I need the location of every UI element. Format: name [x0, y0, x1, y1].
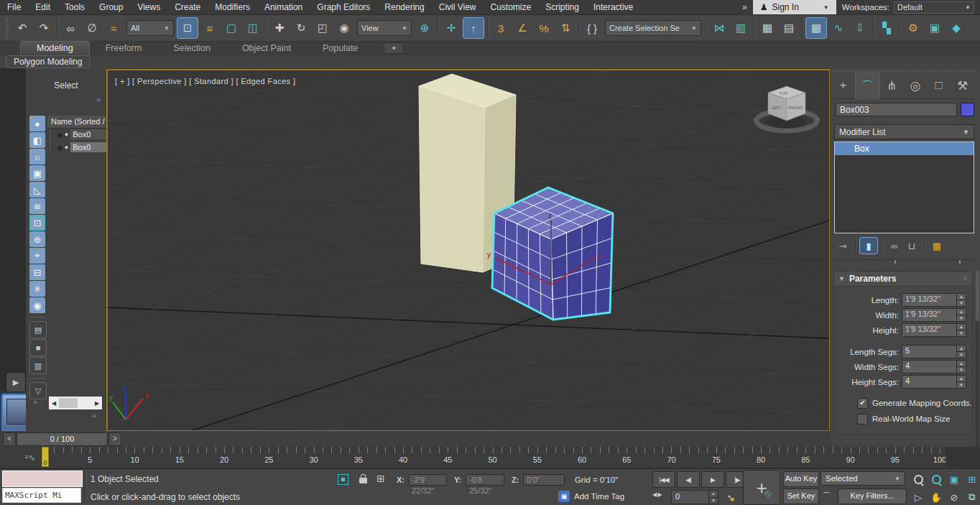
menu-item-create[interactable]: Create — [167, 0, 208, 14]
scrollbar-thumb[interactable] — [976, 271, 979, 321]
command-panel-scrollbar[interactable] — [976, 271, 979, 465]
ribbon-minimize-button[interactable]: ▼ — [384, 42, 404, 54]
menu-overflow-icon[interactable]: » — [736, 2, 753, 12]
visibility-eye-icon[interactable]: ◉ — [57, 131, 63, 139]
display-containers-filter[interactable]: ⊟ — [29, 264, 45, 280]
absolute-mode-transform-toggle[interactable]: ⊞ — [376, 473, 385, 484]
display-tab[interactable]: □ — [927, 73, 951, 98]
zoom-button[interactable] — [910, 471, 927, 488]
scene-object-row-0[interactable]: ◉●Box0 — [47, 128, 106, 141]
viewcube-top-label[interactable]: TOP — [779, 91, 787, 96]
polygon-modeling-panel-button[interactable]: Polygon Modeling — [6, 55, 90, 68]
percent-snap-toggle[interactable]: % — [534, 18, 554, 38]
maxscript-mini-listener[interactable]: MAXScript Mi — [2, 488, 81, 503]
spinner[interactable]: ▲▼ — [956, 294, 966, 306]
display-materials-filter[interactable]: ⊡ — [29, 215, 45, 231]
scroll-left-icon[interactable]: ◀ — [49, 400, 59, 407]
play-button[interactable]: ▶ — [701, 471, 724, 488]
time-tag-icon[interactable]: ▣ — [558, 491, 570, 502]
display-cameras-filter[interactable]: ▣ — [29, 165, 45, 181]
menu-item-animation[interactable]: Animation — [257, 0, 310, 14]
pin-stack-button[interactable]: ⊸ — [834, 238, 851, 254]
toggle-scene-explorer-button[interactable]: ▦ — [757, 18, 777, 38]
spinner[interactable]: ▲▼ — [956, 346, 966, 358]
spinner[interactable]: ▲▼ — [956, 361, 966, 373]
set-keys-button[interactable]: + ⚿ — [743, 471, 780, 505]
select-and-scale-button[interactable]: ◰ — [313, 18, 333, 38]
zoom-extents-all-button[interactable]: ⊞ — [963, 471, 980, 488]
color-swatch-button[interactable]: ■ — [29, 339, 47, 356]
selection-lock-toggle[interactable] — [359, 478, 367, 483]
param-field-width-segs[interactable]: 4▲▼ — [902, 360, 966, 374]
time-configuration-button[interactable]: ◔✱ — [721, 490, 736, 503]
timeline-playhead[interactable]: 0 — [42, 447, 49, 467]
auto-key-button[interactable]: Auto Key — [783, 471, 819, 487]
explorer-overflow-icon[interactable]: » — [33, 397, 37, 406]
name-column-header[interactable]: Name (Sorted / — [47, 116, 106, 129]
param-field-height-segs[interactable]: 4▲▼ — [902, 375, 966, 389]
set-key-button[interactable]: Set Key — [783, 488, 819, 504]
scene-explorer-more-icon[interactable]: » — [96, 95, 101, 103]
select-and-manipulate-button[interactable]: ✛ — [441, 18, 461, 38]
parameters-rollout-header[interactable]: ▼ Parameters ⠿ — [833, 271, 973, 287]
named-selection-sets-dropdown[interactable]: Create Selection Se▼ — [605, 20, 701, 36]
key-filters-button[interactable]: Key Filters... — [838, 488, 907, 504]
x-coordinate-field[interactable]: -2'9 22/32" — [408, 474, 447, 486]
curve-editor-button[interactable]: ∿ — [828, 18, 849, 38]
toggle-ribbon-button[interactable]: ▦ — [805, 17, 827, 39]
menu-item-file[interactable]: File — [0, 0, 28, 14]
ribbon-tab-object-paint[interactable]: Object Paint — [226, 42, 307, 55]
sort-mode-button[interactable]: ▤ — [29, 321, 47, 338]
filter-combinations-button[interactable]: ▽ — [29, 382, 47, 399]
current-frame-field[interactable]: 0 ▲▼ — [671, 490, 718, 504]
select-and-rotate-button[interactable]: ↻ — [291, 18, 311, 38]
modifier-list-dropdown[interactable]: Modifier List ▼ — [834, 124, 974, 139]
bind-to-space-warp-button[interactable]: ≈ — [103, 18, 124, 38]
menu-item-tools[interactable]: Tools — [57, 0, 92, 14]
menu-item-modifiers[interactable]: Modifiers — [208, 0, 257, 14]
menu-item-rendering[interactable]: Rendering — [377, 0, 431, 14]
display-space-warps-filter[interactable]: ≋ — [29, 198, 45, 214]
param-field-length-segs[interactable]: 5▲▼ — [902, 345, 966, 358]
selection-filter-dropdown[interactable]: All▼ — [126, 20, 174, 36]
window-crossing-toggle[interactable]: ◫ — [243, 18, 263, 38]
panel-splitter[interactable] — [834, 259, 974, 264]
display-hidden-filter[interactable]: ◉ — [29, 297, 45, 313]
show-end-result-button[interactable]: ▮ — [859, 237, 878, 254]
previous-frame-button[interactable]: ◀| — [677, 471, 700, 488]
render-setup-button[interactable]: ⚙ — [903, 18, 923, 38]
angle-snap-toggle[interactable]: ∠ — [512, 18, 532, 38]
keyboard-shortcut-override-toggle[interactable]: ↑ — [463, 17, 484, 39]
menu-item-graph-editors[interactable]: Graph Editors — [310, 0, 377, 14]
use-pivot-point-center-button[interactable]: ⊕ — [415, 18, 435, 38]
selection-lock-region-icon[interactable] — [338, 474, 348, 485]
pan-view-button[interactable]: ✋ — [928, 488, 945, 505]
schematic-view-button[interactable]: ⇩ — [850, 18, 870, 38]
select-by-name-button[interactable]: ≡ — [200, 18, 220, 38]
zoom-all-button[interactable] — [928, 471, 945, 488]
viewport-label[interactable]: [ + ] [ Perspective ] [ Standard ] [ Edg… — [115, 77, 295, 85]
remove-modifier-button[interactable]: ⊔ — [903, 238, 920, 254]
param-field-length[interactable]: 1'9 13/32"▲▼ — [902, 293, 966, 307]
time-slider[interactable]: 0 / 100 — [17, 432, 108, 446]
scene-object-row-1[interactable]: ◉●Box0 — [47, 141, 106, 154]
modifier-stack-item-box[interactable]: Box — [835, 142, 974, 155]
material-editor-button[interactable]: ▚ — [877, 18, 897, 38]
motion-tab[interactable]: ◎ — [903, 73, 927, 98]
sign-in-dropdown[interactable]: ♟ Sign In ▼ — [753, 0, 836, 14]
frame-spinner[interactable]: ▲▼ — [708, 491, 718, 504]
reference-coordinate-system-dropdown[interactable]: View▼ — [357, 20, 412, 36]
y-coordinate-field[interactable]: -0'8 25/32" — [466, 474, 504, 486]
object-color-swatch[interactable] — [961, 103, 974, 116]
toggle-layer-explorer-button[interactable]: ▤ — [779, 18, 799, 38]
object-name-label[interactable]: Box0 — [70, 129, 106, 139]
menu-item-interactive[interactable]: Interactive — [586, 0, 640, 14]
spinner[interactable]: ▲▼ — [956, 376, 966, 388]
checkbox-generate-mapping-coords[interactable]: ✔ — [857, 398, 868, 409]
z-coordinate-field[interactable]: 0'0" — [523, 474, 565, 486]
scroll-right-icon[interactable]: ▶ — [92, 400, 102, 407]
checkbox-real-world-map-size[interactable] — [857, 414, 868, 425]
macro-recorder-field[interactable] — [2, 471, 83, 487]
object-name-field[interactable]: Box003 — [836, 103, 957, 116]
previous-frame-slider-button[interactable]: < — [3, 432, 16, 446]
